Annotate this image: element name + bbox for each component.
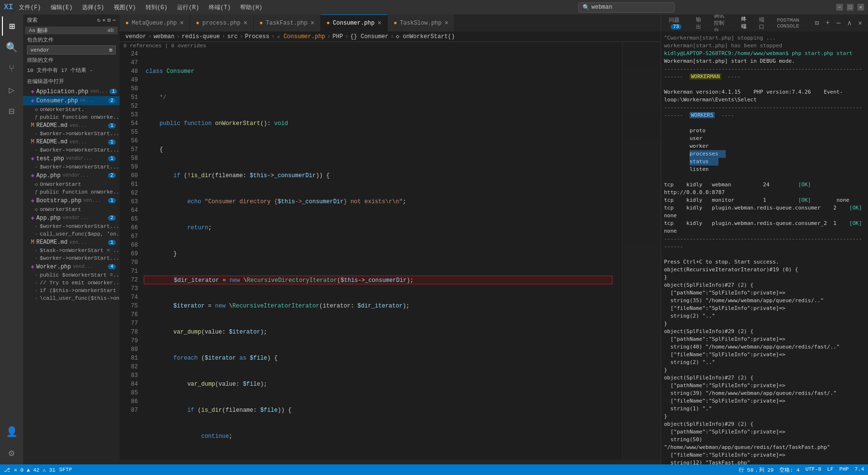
bc-consumer-php[interactable]: ⬦ Consumer.php	[277, 33, 326, 40]
search-input[interactable]	[37, 28, 106, 33]
console-line-27: string(40) "/home/www/webman/app/queue/r…	[664, 343, 865, 351]
dot-icon-2: ●	[196, 20, 199, 27]
code-lines[interactable]: class Consumer */ public function onWork…	[144, 50, 622, 460]
lang-version[interactable]: 7.4	[854, 466, 864, 474]
activity-debug[interactable]: ▷	[2, 80, 21, 99]
file-sub-worker4[interactable]: · $worker->onWorkerStart...	[23, 223, 120, 230]
activity-settings[interactable]: ⚙	[2, 443, 21, 462]
tab-taskslow[interactable]: ● TaskSlow.php ×	[388, 14, 455, 31]
global-search-box[interactable]: 🔍 webman	[578, 2, 675, 13]
tab-close-process[interactable]: ×	[244, 19, 247, 27]
open-editors-label[interactable]: 在编辑器中打开	[23, 76, 120, 87]
file-sub-public-fn[interactable]: ƒ public function onWorke...	[23, 113, 120, 121]
tab-taskfast[interactable]: ● TaskFast.php ×	[254, 14, 321, 31]
tab-consumer[interactable]: ● Consumer.php ×	[321, 14, 388, 31]
panel-tab-terminal[interactable]: 终端	[737, 14, 751, 32]
sidebar-refresh-icon[interactable]: ↻	[97, 17, 101, 23]
console-line-31: object(SplFileInfo)#27 (2) {	[664, 374, 865, 382]
git-branch[interactable]: ⎇	[4, 467, 10, 473]
bc-redis-queue[interactable]: redis-queue	[182, 33, 220, 40]
activity-search[interactable]: 🔍	[2, 38, 21, 57]
tab-close-taskfast[interactable]: ×	[311, 19, 314, 27]
menu-goto[interactable]: 转到(G)	[144, 3, 170, 12]
vendor-filter[interactable]: vendor ⊞	[27, 45, 116, 55]
cursor-position[interactable]: 行 58，列 29	[739, 466, 774, 474]
error-count[interactable]: ✕ 0 ▲ 42 ⚠ 31	[14, 467, 55, 473]
bc-onworkerstart[interactable]: ◇ onWorkerStart()	[396, 33, 455, 40]
horizontal-scrollbar[interactable]	[120, 460, 661, 464]
file-sub-try-emit[interactable]: · // Try to emit onWorker...	[23, 279, 120, 287]
panel-add-icon[interactable]: +	[824, 18, 831, 28]
menu-select[interactable]: 选择(S)	[80, 3, 106, 12]
sidebar-options-icon[interactable]: ⋯	[112, 17, 116, 23]
sidebar-clear-icon[interactable]: ✕	[102, 17, 106, 23]
file-item-readme1[interactable]: M README.md ven... 1	[23, 121, 120, 130]
sidebar-search-title: 搜索	[27, 16, 38, 24]
sftp-status[interactable]: SFTP	[59, 467, 72, 473]
panel-tab-ports[interactable]: 端口	[755, 14, 769, 32]
file-sub-onworkerstart2[interactable]: ◇ OnWorkerStart	[23, 180, 120, 188]
file-sub-public-fn2[interactable]: ƒ public function onWorke...	[23, 188, 120, 196]
file-item-readme3[interactable]: M README.md ven... 1	[23, 238, 120, 247]
bc-src[interactable]: src	[227, 33, 238, 40]
tab-close-metaqueue[interactable]: ×	[180, 19, 184, 27]
file-sub-onworkerstart[interactable]: ◇ onWorkerStart.	[23, 105, 120, 113]
encoding-indicator[interactable]: UTF-8	[805, 466, 821, 474]
file-sub-calluserfunc2[interactable]: · \call_user_func($this->on...	[23, 294, 120, 302]
activity-extensions[interactable]: ⊟	[2, 101, 21, 121]
file-sub-worker1[interactable]: · $worker->onWorkerStart...	[23, 130, 120, 138]
file-sub-public-onworker[interactable]: · public $onWorkerStart =...	[23, 271, 120, 279]
menu-help[interactable]: 帮助(H)	[238, 3, 264, 12]
close-button[interactable]: ✕	[857, 4, 864, 11]
bc-webman[interactable]: webman	[153, 33, 174, 40]
file-sub-if-this[interactable]: · if ($this->onWorkerStart (	[23, 287, 120, 294]
activity-explorer[interactable]: ⊞	[2, 16, 21, 36]
bc-php[interactable]: PHP	[333, 33, 343, 40]
menu-terminal[interactable]: 终端(T)	[207, 3, 233, 12]
language-mode[interactable]: PHP	[839, 466, 849, 474]
menu-file[interactable]: 文件(F)	[17, 3, 43, 12]
line-ending[interactable]: LF	[827, 466, 833, 474]
file-sub-taskworker[interactable]: · $task->onWorkerStart = ...	[23, 247, 120, 254]
file-item-app1[interactable]: ◈ App.php vendor... 2	[23, 171, 120, 180]
minimize-button[interactable]: ─	[836, 4, 843, 11]
sidebar-collapse-icon[interactable]: ⊟	[108, 17, 111, 23]
bc-consumer-class[interactable]: {} Consumer	[350, 33, 388, 40]
panel-tab-problems[interactable]: 问题 73	[665, 14, 688, 31]
panel-close-icon[interactable]: ✕	[856, 18, 864, 28]
file-sub-worker5[interactable]: · $worker->onWorkerStart...	[23, 254, 120, 262]
menu-edit[interactable]: 编辑(E)	[49, 3, 75, 12]
file-item-testphp[interactable]: ◈ test.php vendor... 1	[23, 154, 120, 163]
activity-account[interactable]: 👤	[2, 422, 21, 441]
file-sub-worker2[interactable]: · $worker->onWorkerStart...	[23, 146, 120, 154]
file-item-readme2[interactable]: M README.md ven... 1	[23, 138, 120, 146]
case-icon[interactable]: ab	[108, 28, 114, 33]
file-item-workerphp[interactable]: ◈ Worker.php vend... 4	[23, 262, 120, 271]
file-item-consumer[interactable]: ◈ Consumer.php ve... 2	[23, 96, 120, 105]
panel-tab-output[interactable]: 输出	[692, 14, 706, 32]
console-line-10: tcp kidly webman 24 [OK] http://0.0.0.0:…	[664, 181, 865, 196]
maximize-button[interactable]: □	[847, 4, 854, 11]
file-sub-onworkerstart3[interactable]: ◇ onWorkerStart	[23, 205, 120, 213]
console-output[interactable]: ^Cworkerman[start.php] stopping ... work…	[661, 31, 868, 464]
tab-process[interactable]: ● process.php ×	[190, 14, 254, 31]
file-sub-worker3[interactable]: · $worker->onWorkerStart...	[23, 163, 120, 171]
tab-close-consumer[interactable]: ×	[378, 19, 381, 27]
bc-vendor[interactable]: vendor	[125, 33, 146, 40]
code-editor[interactable]: 0 references | 0 overrides 24 47 48 49 5…	[120, 42, 622, 460]
spaces-indicator[interactable]: 空格: 4	[779, 466, 800, 474]
menu-view[interactable]: 视图(V)	[112, 3, 138, 12]
panel-split-icon[interactable]: ⊟	[813, 18, 821, 28]
file-item-app2[interactable]: ◈ App.php vendor... 2	[23, 213, 120, 223]
tab-close-taskslow[interactable]: ×	[445, 19, 448, 27]
panel-more-icon[interactable]: ⋯	[835, 18, 842, 28]
file-sub-calluserfunc[interactable]: · call_user_func($app, 'on...	[23, 230, 120, 238]
tab-metaqueue[interactable]: ● MetaQueue.php ×	[120, 14, 190, 31]
bc-process[interactable]: Process	[245, 33, 269, 40]
menu-run[interactable]: 运行(R)	[175, 3, 201, 12]
panel-tab-postman[interactable]: POSTMAN CONSOLE	[773, 15, 809, 31]
file-item-application[interactable]: ◈ Application.php ven... 1	[23, 87, 120, 96]
activity-git[interactable]: ⑂	[2, 59, 21, 78]
panel-minimize-icon[interactable]: ∧	[845, 18, 853, 28]
file-item-bootstrap[interactable]: ◈ Bootstrap.php ven... 1	[23, 196, 120, 205]
